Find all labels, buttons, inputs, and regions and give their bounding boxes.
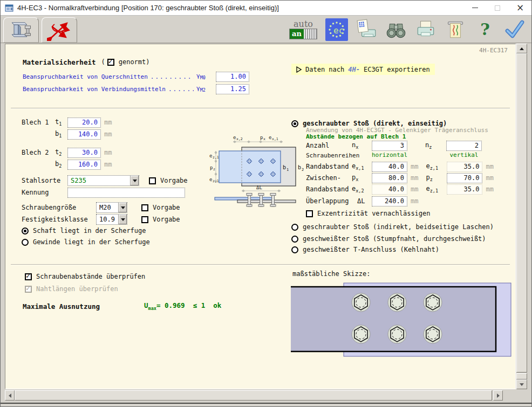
vertical-scroll-thumb[interactable] bbox=[516, 53, 527, 372]
export-button[interactable]: Daten nach 4H- EC3GT exportieren bbox=[291, 64, 435, 75]
help-button[interactable]: ? bbox=[474, 18, 496, 41]
utilization-value: Umax= 0.969 ≤ 1 ok bbox=[144, 301, 221, 311]
arrow-right-icon bbox=[497, 394, 500, 398]
dropdown-button[interactable] bbox=[130, 176, 139, 185]
b2-field[interactable]: 160.0 bbox=[67, 160, 101, 170]
loads-tab[interactable] bbox=[42, 17, 77, 43]
schraubengroesse-value: M20 bbox=[97, 203, 118, 212]
stahlsorte-value: S235 bbox=[68, 176, 130, 185]
scroll-up-button[interactable] bbox=[516, 44, 527, 53]
material-heading: Materialsicherheit bbox=[23, 58, 96, 66]
protocol-icon bbox=[444, 18, 467, 41]
ez1-field[interactable]: 35.0 bbox=[447, 162, 482, 172]
schraubengroesse-vorgabe-checkbox[interactable] bbox=[141, 204, 148, 211]
t-anschluss-radio[interactable] bbox=[291, 246, 298, 253]
subscript: x bbox=[356, 144, 358, 150]
stahlsorte-dropdown[interactable]: S235 bbox=[67, 175, 139, 186]
horizontal-scrollbar[interactable] bbox=[5, 390, 503, 401]
eurocode-button[interactable]: ec bbox=[325, 18, 348, 41]
form-panel: 4H-EC317 Materialsicherheit ( ✓ genormt)… bbox=[5, 44, 516, 389]
subscript: 1 bbox=[59, 121, 62, 127]
ausnutzung-label: Maximale Ausnutzung bbox=[23, 302, 100, 311]
minimize-button[interactable] bbox=[463, 1, 486, 15]
auto-toggle[interactable]: auto an bbox=[288, 20, 318, 39]
auto-stripes bbox=[304, 29, 317, 39]
scale-sketch bbox=[291, 281, 514, 358]
schaft-label: Schaft liegt in der Scherfuge bbox=[33, 227, 146, 234]
b1-field[interactable]: 140.0 bbox=[67, 129, 101, 140]
scroll-down-button[interactable] bbox=[516, 380, 527, 389]
subscript: 2 bbox=[59, 151, 62, 157]
schraubenabstaende-checkbox[interactable]: ✓ bbox=[25, 273, 32, 280]
gamma-m2-field[interactable]: 1.25 bbox=[216, 84, 249, 94]
stoss-stumpfnaht-label: geschweißter Stoß (Stumpfnaht, durchgesc… bbox=[303, 235, 486, 243]
close-button[interactable]: × bbox=[509, 1, 531, 15]
px-field[interactable]: 80.0 bbox=[372, 173, 407, 183]
ex2-field[interactable]: 40.0 bbox=[372, 184, 407, 195]
pz-symbol: p bbox=[426, 174, 429, 181]
subscript: z bbox=[429, 144, 432, 150]
scroll-right-button[interactable] bbox=[493, 390, 503, 401]
material-heading-row: Materialsicherheit ( ✓ genormt) bbox=[23, 57, 150, 67]
unit-mm: mm bbox=[486, 174, 493, 182]
chevron-down-icon bbox=[121, 206, 125, 209]
festigkeitsklasse-vorgabe-checkbox[interactable] bbox=[141, 216, 148, 223]
vertical-scrollbar[interactable] bbox=[516, 44, 527, 389]
gamma-subscript: M0 bbox=[200, 75, 206, 81]
schraubengroesse-dropdown[interactable]: M20 bbox=[96, 202, 127, 213]
check-icon: ✓ bbox=[26, 272, 30, 280]
svg-text:ΔL: ΔL bbox=[256, 185, 262, 190]
subscript: x,2 bbox=[356, 188, 364, 194]
gewinde-radio[interactable] bbox=[22, 239, 29, 246]
ez1-field[interactable]: 35.0 bbox=[447, 184, 482, 195]
svg-text:1: 1 bbox=[287, 168, 289, 172]
nahtlaengen-label: Nahtlängen überprüfen bbox=[36, 285, 118, 293]
arrow-up-icon bbox=[520, 47, 524, 50]
stahlsorte-vorgabe-checkbox[interactable] bbox=[149, 177, 156, 184]
dropdown-button[interactable] bbox=[118, 203, 127, 212]
chevron-down-icon bbox=[133, 180, 137, 182]
schaft-radio[interactable] bbox=[22, 227, 29, 234]
stoss-indirekt-radio[interactable] bbox=[291, 224, 298, 231]
confirm-button[interactable] bbox=[503, 18, 526, 41]
app-window: 4H-EC3 - Normalkraftverbindung [Position… bbox=[0, 0, 532, 407]
nx-field[interactable]: 3 bbox=[372, 141, 407, 151]
horizontal-scroll-thumb[interactable] bbox=[15, 390, 492, 401]
nz-field[interactable]: 2 bbox=[446, 141, 482, 151]
connection-tab[interactable] bbox=[3, 17, 39, 43]
forces-arrows-icon bbox=[47, 19, 72, 41]
svg-text:b: b bbox=[283, 164, 286, 170]
arrow-down-icon bbox=[520, 383, 524, 386]
print-preview-button[interactable] bbox=[355, 18, 378, 41]
schraubenabstaende-label: Schraubenabstände überprüfen bbox=[36, 273, 145, 280]
scroll-left-button[interactable] bbox=[5, 390, 15, 401]
unit-mm: mm bbox=[104, 161, 112, 168]
svg-text:p: p bbox=[260, 135, 263, 140]
t1-field[interactable]: 20.0 bbox=[67, 118, 101, 128]
binoculars-icon bbox=[385, 18, 407, 41]
stoss-indirekt-label: geschraubter Stoß (indirekt, beidseitige… bbox=[303, 223, 494, 231]
exzentrizitaet-checkbox[interactable] bbox=[306, 210, 313, 217]
ex1-field[interactable]: 40.0 bbox=[372, 162, 407, 172]
kennung-field[interactable] bbox=[67, 188, 185, 198]
auto-state: an bbox=[290, 29, 304, 39]
genormt-checkbox[interactable]: ✓ bbox=[107, 59, 114, 66]
ueberlappung-field[interactable]: 240.0 bbox=[372, 196, 407, 206]
maximize-button[interactable] bbox=[486, 1, 509, 15]
stoss-stumpfnaht-radio[interactable] bbox=[291, 236, 298, 243]
pz-field[interactable]: 70.0 bbox=[447, 173, 482, 183]
protocol-button[interactable] bbox=[444, 18, 467, 41]
search-button[interactable] bbox=[385, 18, 407, 41]
print-button[interactable] bbox=[414, 18, 437, 41]
steel-beam-icon bbox=[9, 19, 33, 41]
festigkeitsklasse-dropdown[interactable]: 10.9 bbox=[96, 214, 127, 225]
scroll-thumb-end[interactable] bbox=[516, 373, 527, 380]
window-bottom-edge bbox=[1, 403, 531, 404]
toolbar-actions: auto an ec bbox=[288, 17, 526, 42]
ueberlappung-label: Überlappung bbox=[306, 197, 357, 205]
gamma-m0-field[interactable]: 1.00 bbox=[216, 72, 249, 82]
t2-field[interactable]: 30.0 bbox=[67, 148, 101, 158]
stoss-direkt-radio[interactable] bbox=[291, 120, 298, 127]
randabstand1-row: Randabstand ex,1 40.0 mm ez,1 35.0 mm bbox=[306, 161, 494, 172]
dropdown-button[interactable] bbox=[118, 215, 127, 224]
